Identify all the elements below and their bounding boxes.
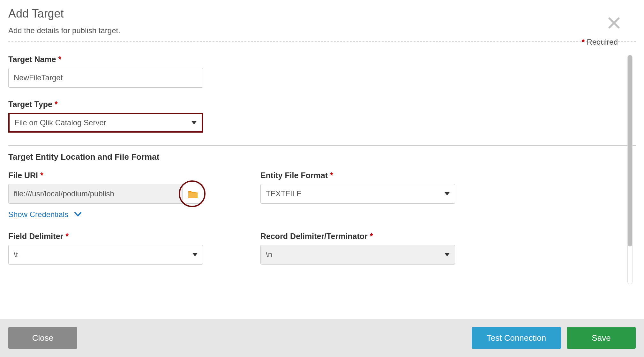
field-delimiter-label: Field Delimiter * [8, 232, 203, 241]
close-button[interactable]: Close [8, 327, 77, 349]
scrollbar-thumb[interactable] [628, 55, 632, 246]
save-button[interactable]: Save [567, 327, 636, 349]
browse-folder-button[interactable] [182, 184, 203, 203]
chevron-down-icon [445, 192, 450, 195]
show-credentials-toggle[interactable]: Show Credentials [8, 210, 203, 219]
add-target-dialog: Add Target Add the details for publish t… [0, 0, 644, 309]
chevron-down-icon [191, 121, 197, 124]
entity-file-format-label: Entity File Format * [260, 171, 455, 180]
dialog-footer: Close Test Connection Save [0, 319, 644, 357]
field-delimiter-select[interactable]: \t [8, 245, 203, 265]
dialog-subtitle: Add the details for publish target. [8, 26, 636, 35]
chevron-down-icon [74, 212, 82, 217]
required-indicator: * Required [582, 38, 618, 47]
svg-rect-0 [188, 193, 198, 198]
scrollbar[interactable] [627, 55, 633, 284]
file-uri-label: File URI * [8, 171, 203, 180]
chevron-down-icon [445, 253, 450, 256]
record-delimiter-label: Record Delimiter/Terminator * [260, 232, 455, 241]
dialog-title: Add Target [8, 7, 636, 20]
divider-solid [8, 145, 636, 146]
file-uri-group: file:///usr/local/podium/publish [8, 184, 203, 204]
chevron-down-icon [192, 253, 198, 256]
close-icon[interactable] [607, 16, 621, 30]
folder-icon [187, 189, 198, 198]
record-delimiter-select[interactable]: \n [260, 245, 455, 265]
target-type-select[interactable]: File on Qlik Catalog Server [8, 113, 203, 133]
entity-file-format-select[interactable]: TEXTFILE [260, 184, 455, 204]
file-uri-input[interactable]: file:///usr/local/podium/publish [9, 184, 182, 203]
target-name-label: Target Name * [8, 55, 636, 64]
dialog-header: Add Target Add the details for publish t… [8, 7, 636, 35]
target-type-label: Target Type * [8, 100, 636, 109]
form-area: Target Name * NewFileTarget Target Type … [8, 55, 636, 297]
section-heading: Target Entity Location and File Format [8, 152, 636, 162]
target-name-input[interactable]: NewFileTarget [8, 68, 203, 88]
divider-dashed [8, 41, 636, 42]
test-connection-button[interactable]: Test Connection [472, 327, 561, 349]
